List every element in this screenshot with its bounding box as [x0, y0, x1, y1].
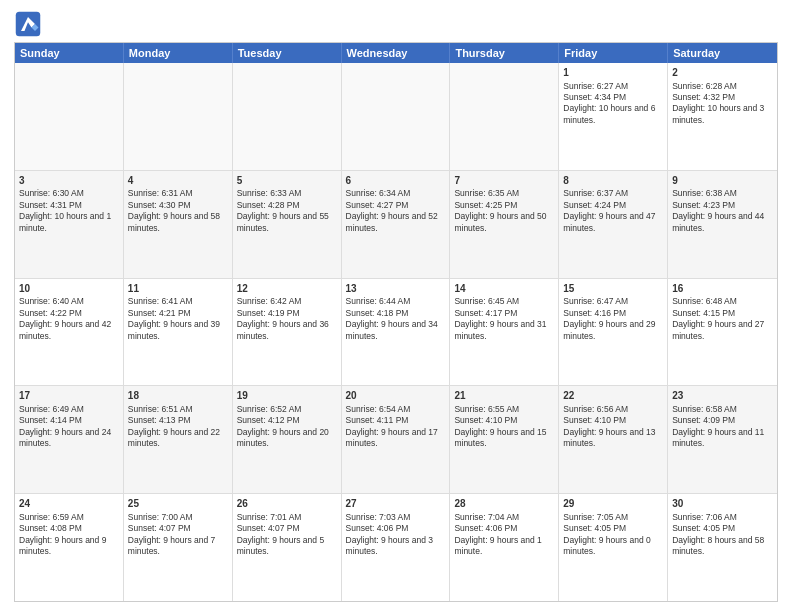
day-info-line: Daylight: 9 hours and 17 minutes. [346, 427, 446, 450]
day-info-line: Daylight: 9 hours and 29 minutes. [563, 319, 663, 342]
day-info-line: Sunrise: 6:56 AM [563, 404, 663, 415]
day-info-line: Sunrise: 6:58 AM [672, 404, 773, 415]
calendar-row-2: 3Sunrise: 6:30 AMSunset: 4:31 PMDaylight… [15, 171, 777, 279]
day-info-line: Sunrise: 6:38 AM [672, 188, 773, 199]
day-cell-18: 18Sunrise: 6:51 AMSunset: 4:13 PMDayligh… [124, 386, 233, 493]
day-info-line: Sunrise: 6:59 AM [19, 512, 119, 523]
header-day-friday: Friday [559, 43, 668, 63]
day-info-line: Daylight: 9 hours and 24 minutes. [19, 427, 119, 450]
day-info-line: Sunset: 4:22 PM [19, 308, 119, 319]
day-info-line: Sunrise: 7:04 AM [454, 512, 554, 523]
day-info-line: Daylight: 9 hours and 42 minutes. [19, 319, 119, 342]
day-number: 26 [237, 497, 337, 511]
day-info-line: Sunrise: 6:35 AM [454, 188, 554, 199]
day-number: 13 [346, 282, 446, 296]
day-info-line: Sunset: 4:19 PM [237, 308, 337, 319]
day-info-line: Sunset: 4:17 PM [454, 308, 554, 319]
header-day-saturday: Saturday [668, 43, 777, 63]
day-cell-13: 13Sunrise: 6:44 AMSunset: 4:18 PMDayligh… [342, 279, 451, 386]
day-info-line: Sunrise: 6:28 AM [672, 81, 773, 92]
day-cell-29: 29Sunrise: 7:05 AMSunset: 4:05 PMDayligh… [559, 494, 668, 601]
day-cell-2: 2Sunrise: 6:28 AMSunset: 4:32 PMDaylight… [668, 63, 777, 170]
day-number: 12 [237, 282, 337, 296]
day-number: 3 [19, 174, 119, 188]
day-info-line: Sunset: 4:14 PM [19, 415, 119, 426]
day-info-line: Sunrise: 6:30 AM [19, 188, 119, 199]
empty-cell [15, 63, 124, 170]
calendar: SundayMondayTuesdayWednesdayThursdayFrid… [14, 42, 778, 602]
day-number: 28 [454, 497, 554, 511]
day-info-line: Sunrise: 6:54 AM [346, 404, 446, 415]
day-number: 21 [454, 389, 554, 403]
day-info-line: Sunrise: 6:45 AM [454, 296, 554, 307]
day-number: 9 [672, 174, 773, 188]
empty-cell [233, 63, 342, 170]
day-info-line: Sunset: 4:13 PM [128, 415, 228, 426]
day-cell-16: 16Sunrise: 6:48 AMSunset: 4:15 PMDayligh… [668, 279, 777, 386]
header-day-monday: Monday [124, 43, 233, 63]
day-info-line: Daylight: 10 hours and 3 minutes. [672, 103, 773, 126]
day-number: 2 [672, 66, 773, 80]
day-info-line: Sunset: 4:18 PM [346, 308, 446, 319]
day-info-line: Daylight: 9 hours and 55 minutes. [237, 211, 337, 234]
day-info-line: Sunrise: 7:00 AM [128, 512, 228, 523]
day-info-line: Daylight: 9 hours and 47 minutes. [563, 211, 663, 234]
day-info-line: Sunset: 4:06 PM [454, 523, 554, 534]
day-number: 4 [128, 174, 228, 188]
day-info-line: Sunset: 4:10 PM [563, 415, 663, 426]
day-cell-3: 3Sunrise: 6:30 AMSunset: 4:31 PMDaylight… [15, 171, 124, 278]
logo-icon [14, 10, 42, 38]
day-info-line: Sunrise: 6:48 AM [672, 296, 773, 307]
day-cell-22: 22Sunrise: 6:56 AMSunset: 4:10 PMDayligh… [559, 386, 668, 493]
calendar-row-3: 10Sunrise: 6:40 AMSunset: 4:22 PMDayligh… [15, 279, 777, 387]
day-cell-14: 14Sunrise: 6:45 AMSunset: 4:17 PMDayligh… [450, 279, 559, 386]
day-cell-10: 10Sunrise: 6:40 AMSunset: 4:22 PMDayligh… [15, 279, 124, 386]
day-info-line: Sunrise: 6:42 AM [237, 296, 337, 307]
day-info-line: Sunset: 4:31 PM [19, 200, 119, 211]
day-info-line: Sunset: 4:24 PM [563, 200, 663, 211]
day-info-line: Sunrise: 6:55 AM [454, 404, 554, 415]
calendar-row-4: 17Sunrise: 6:49 AMSunset: 4:14 PMDayligh… [15, 386, 777, 494]
day-number: 24 [19, 497, 119, 511]
day-info-line: Sunset: 4:16 PM [563, 308, 663, 319]
day-cell-12: 12Sunrise: 6:42 AMSunset: 4:19 PMDayligh… [233, 279, 342, 386]
day-number: 30 [672, 497, 773, 511]
day-info-line: Daylight: 9 hours and 20 minutes. [237, 427, 337, 450]
day-cell-11: 11Sunrise: 6:41 AMSunset: 4:21 PMDayligh… [124, 279, 233, 386]
day-info-line: Sunset: 4:23 PM [672, 200, 773, 211]
day-cell-30: 30Sunrise: 7:06 AMSunset: 4:05 PMDayligh… [668, 494, 777, 601]
day-info-line: Sunset: 4:10 PM [454, 415, 554, 426]
day-info-line: Daylight: 9 hours and 44 minutes. [672, 211, 773, 234]
day-number: 29 [563, 497, 663, 511]
day-cell-26: 26Sunrise: 7:01 AMSunset: 4:07 PMDayligh… [233, 494, 342, 601]
day-info-line: Sunrise: 7:06 AM [672, 512, 773, 523]
day-info-line: Daylight: 9 hours and 31 minutes. [454, 319, 554, 342]
day-info-line: Sunset: 4:11 PM [346, 415, 446, 426]
calendar-body: 1Sunrise: 6:27 AMSunset: 4:34 PMDaylight… [15, 63, 777, 601]
day-cell-7: 7Sunrise: 6:35 AMSunset: 4:25 PMDaylight… [450, 171, 559, 278]
day-info-line: Sunset: 4:07 PM [128, 523, 228, 534]
day-number: 8 [563, 174, 663, 188]
calendar-row-1: 1Sunrise: 6:27 AMSunset: 4:34 PMDaylight… [15, 63, 777, 171]
day-info-line: Sunrise: 6:33 AM [237, 188, 337, 199]
day-info-line: Daylight: 9 hours and 50 minutes. [454, 211, 554, 234]
day-info-line: Sunset: 4:28 PM [237, 200, 337, 211]
day-number: 16 [672, 282, 773, 296]
day-number: 20 [346, 389, 446, 403]
day-number: 23 [672, 389, 773, 403]
day-info-line: Daylight: 9 hours and 27 minutes. [672, 319, 773, 342]
day-info-line: Sunset: 4:27 PM [346, 200, 446, 211]
day-info-line: Sunrise: 6:31 AM [128, 188, 228, 199]
header [14, 10, 778, 38]
day-info-line: Sunrise: 6:27 AM [563, 81, 663, 92]
logo [14, 10, 46, 38]
day-cell-27: 27Sunrise: 7:03 AMSunset: 4:06 PMDayligh… [342, 494, 451, 601]
day-info-line: Daylight: 9 hours and 1 minute. [454, 535, 554, 558]
day-number: 25 [128, 497, 228, 511]
header-day-tuesday: Tuesday [233, 43, 342, 63]
day-info-line: Daylight: 9 hours and 11 minutes. [672, 427, 773, 450]
day-info-line: Daylight: 9 hours and 34 minutes. [346, 319, 446, 342]
day-info-line: Daylight: 9 hours and 5 minutes. [237, 535, 337, 558]
day-info-line: Daylight: 9 hours and 7 minutes. [128, 535, 228, 558]
day-info-line: Sunrise: 6:34 AM [346, 188, 446, 199]
